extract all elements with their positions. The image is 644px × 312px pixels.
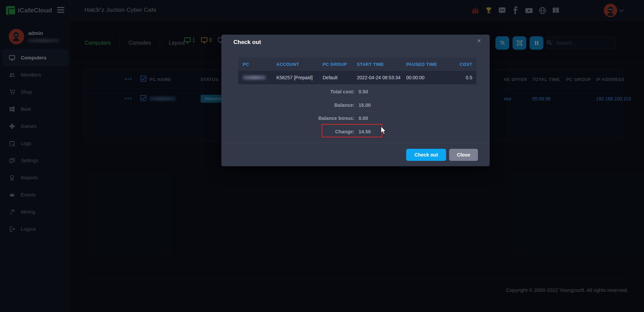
col-paused-time: PAUSED TIME bbox=[406, 62, 437, 67]
col-cost: COST bbox=[460, 62, 472, 67]
summary-row-total-cost: Total cost: 0.50 bbox=[241, 85, 470, 98]
account-value: K58257 [Prepaid] bbox=[276, 75, 313, 80]
balance-bonus-value: 0.00 bbox=[359, 116, 368, 121]
change-highlight-box bbox=[322, 124, 382, 137]
cost-value: 0.5 bbox=[466, 75, 472, 80]
close-button[interactable]: Close bbox=[449, 149, 478, 161]
col-pc-group: PC GROUP bbox=[323, 62, 347, 67]
summary-row-balance: Balance: 15.00 bbox=[241, 98, 470, 112]
total-cost-value: 0.50 bbox=[359, 89, 368, 94]
total-cost-label: Total cost: bbox=[241, 89, 355, 94]
checkout-table-header: PC ACCOUNT PC GROUP START TIME PAUSED TI… bbox=[238, 57, 476, 71]
balance-bonus-label: Balance bonus: bbox=[241, 116, 355, 121]
modal-title: Check out bbox=[233, 39, 261, 46]
close-icon[interactable]: × bbox=[477, 37, 481, 44]
col-pc: PC bbox=[243, 62, 249, 67]
balance-value: 15.00 bbox=[359, 102, 371, 108]
paused-time-value: 00:00:00 bbox=[406, 75, 425, 80]
col-account: ACCOUNT bbox=[276, 62, 299, 67]
pc-name-redacted bbox=[243, 76, 266, 80]
modal-footer-divider bbox=[221, 143, 490, 143]
mouse-cursor bbox=[380, 126, 387, 136]
checkout-modal: Check out × PC ACCOUNT PC GROUP START TI… bbox=[221, 35, 490, 166]
col-start-time: START TIME bbox=[357, 62, 384, 67]
start-time-value: 2022-04-24 08:53:34 bbox=[357, 75, 400, 80]
balance-label: Balance: bbox=[241, 102, 355, 108]
pc-group-value: Default bbox=[323, 75, 337, 80]
checkout-button[interactable]: Check out bbox=[406, 149, 446, 161]
checkout-table: PC ACCOUNT PC GROUP START TIME PAUSED TI… bbox=[238, 57, 476, 84]
summary-row-balance-bonus: Balance bonus: 0.00 bbox=[241, 112, 470, 125]
checkout-table-row: K58257 [Prepaid] Default 2022-04-24 08:5… bbox=[238, 71, 476, 84]
